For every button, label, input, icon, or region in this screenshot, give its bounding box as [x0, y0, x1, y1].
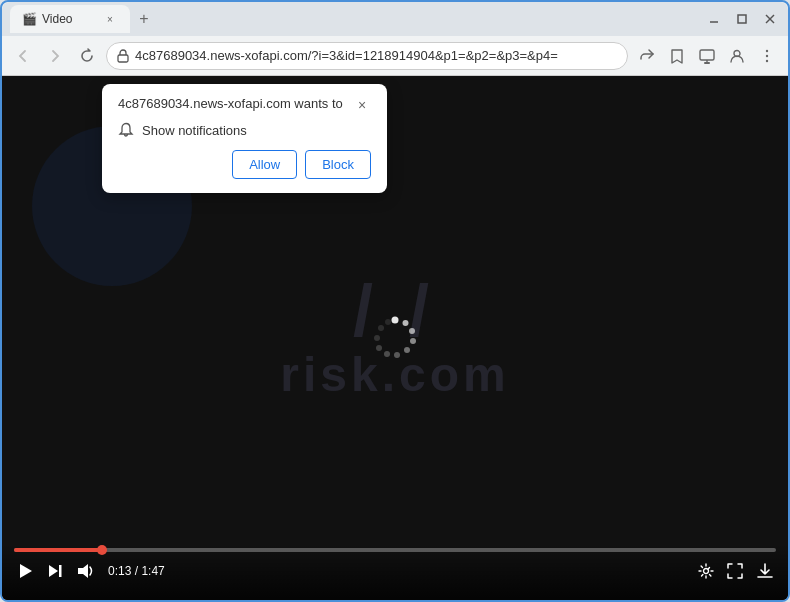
svg-point-16: [404, 347, 410, 353]
svg-marker-23: [20, 564, 32, 578]
content-area: / / risk.com: [2, 76, 788, 600]
back-button[interactable]: [10, 43, 36, 69]
controls-row: 0:13 / 1:47: [14, 560, 776, 582]
svg-point-17: [394, 352, 400, 358]
svg-point-14: [409, 328, 415, 334]
svg-point-12: [392, 317, 399, 324]
svg-rect-1: [738, 15, 746, 23]
window-minimize-button[interactable]: [704, 11, 724, 27]
svg-point-22: [385, 319, 391, 325]
popup-title: 4c87689034.news-xofapi.com wants to: [118, 96, 353, 111]
svg-point-10: [766, 54, 768, 56]
time-separator: /: [131, 564, 141, 578]
svg-marker-24: [49, 565, 58, 577]
svg-marker-26: [78, 564, 88, 578]
bell-icon: [118, 122, 134, 138]
forward-button[interactable]: [42, 43, 68, 69]
menu-button[interactable]: [754, 43, 780, 69]
new-tab-button[interactable]: +: [130, 5, 158, 33]
popup-buttons: Allow Block: [118, 150, 371, 179]
lock-icon: [117, 49, 129, 63]
svg-point-9: [766, 49, 768, 51]
block-button[interactable]: Block: [305, 150, 371, 179]
window-close-button[interactable]: [760, 11, 780, 27]
time-total: 1:47: [141, 564, 164, 578]
svg-point-15: [410, 338, 416, 344]
svg-rect-6: [704, 62, 710, 64]
share-button[interactable]: [634, 43, 660, 69]
browser-tab[interactable]: 🎬 Video ×: [10, 5, 130, 33]
popup-message: Show notifications: [142, 123, 247, 138]
browser-window: 🎬 Video × +: [0, 0, 790, 602]
progress-fill: [14, 548, 102, 552]
svg-point-18: [384, 351, 390, 357]
svg-point-21: [378, 325, 384, 331]
url-bar[interactable]: 4c87689034.news-xofapi.com/?i=3&id=12189…: [106, 42, 628, 70]
loading-spinner: [369, 312, 421, 364]
svg-rect-25: [59, 565, 62, 577]
tab-close-button[interactable]: ×: [102, 11, 118, 27]
volume-button[interactable]: [74, 560, 96, 582]
window-maximize-button[interactable]: [732, 11, 752, 27]
video-controls: 0:13 / 1:47: [2, 544, 788, 600]
play-button[interactable]: [14, 560, 36, 582]
settings-button[interactable]: [696, 561, 716, 581]
skip-next-button[interactable]: [44, 560, 66, 582]
notification-popup: 4c87689034.news-xofapi.com wants to × Sh…: [102, 84, 387, 193]
video-player: / / risk.com: [2, 76, 788, 600]
title-bar-left: 🎬 Video × +: [10, 5, 700, 33]
address-actions: [634, 43, 780, 69]
tab-title: Video: [42, 12, 96, 26]
time-current: 0:13: [108, 564, 131, 578]
svg-point-19: [376, 345, 382, 351]
title-bar: 🎬 Video × +: [2, 2, 788, 36]
allow-button[interactable]: Allow: [232, 150, 297, 179]
profile-button[interactable]: [724, 43, 750, 69]
reload-button[interactable]: [74, 43, 100, 69]
tab-favicon-icon: 🎬: [22, 12, 36, 26]
fullscreen-button[interactable]: [724, 560, 746, 582]
progress-bar[interactable]: [14, 548, 776, 552]
svg-point-13: [403, 320, 409, 326]
popup-close-button[interactable]: ×: [353, 96, 371, 114]
download-button[interactable]: [754, 560, 776, 582]
cast-button[interactable]: [694, 43, 720, 69]
address-bar: 4c87689034.news-xofapi.com/?i=3&id=12189…: [2, 36, 788, 76]
bookmark-button[interactable]: [664, 43, 690, 69]
url-text: 4c87689034.news-xofapi.com/?i=3&id=12189…: [135, 48, 617, 63]
popup-header: 4c87689034.news-xofapi.com wants to ×: [118, 96, 371, 114]
svg-rect-4: [118, 55, 128, 62]
popup-row: Show notifications: [118, 122, 371, 138]
svg-point-20: [374, 335, 380, 341]
svg-point-11: [766, 59, 768, 61]
window-controls: [704, 11, 780, 27]
time-display: 0:13 / 1:47: [108, 564, 165, 578]
svg-rect-5: [700, 50, 714, 60]
